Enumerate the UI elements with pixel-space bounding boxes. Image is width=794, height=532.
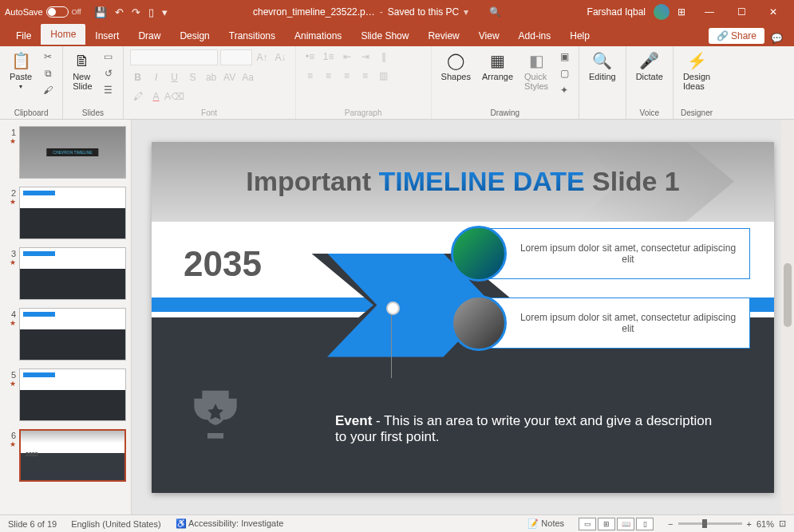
zoom-in-button[interactable]: +: [747, 519, 752, 529]
close-button[interactable]: ✕: [757, 0, 789, 24]
cut-icon[interactable]: ✂: [40, 49, 56, 64]
arrange-button[interactable]: ▦Arrange: [479, 49, 516, 83]
indent-inc-icon[interactable]: ⇥: [357, 49, 373, 64]
decrease-font-icon[interactable]: A↓: [273, 50, 289, 65]
highlight-icon[interactable]: 🖍: [130, 89, 146, 104]
spacing-icon[interactable]: AV: [222, 70, 238, 85]
align-center-icon[interactable]: ≡: [321, 69, 337, 83]
align-left-icon[interactable]: ≡: [302, 69, 318, 83]
zoom-slider[interactable]: [678, 522, 742, 525]
thumbnail-slide-6[interactable]: 6★: [0, 428, 131, 488]
user-name[interactable]: Farshad Iqbal: [587, 6, 646, 18]
bullets-icon[interactable]: •≡: [302, 49, 318, 64]
connector-line[interactable]: [391, 306, 392, 378]
callout-image-1[interactable]: [451, 226, 507, 282]
share-button[interactable]: 🔗 Share: [709, 28, 764, 44]
maximize-button[interactable]: ☐: [725, 0, 757, 24]
tab-help[interactable]: Help: [560, 26, 599, 46]
tab-view[interactable]: View: [469, 26, 509, 46]
fit-window-icon[interactable]: ⊡: [779, 518, 786, 529]
copy-icon[interactable]: ⧉: [40, 66, 56, 81]
comments-button[interactable]: 💬: [771, 33, 783, 44]
editing-button[interactable]: 🔍Editing: [586, 49, 619, 83]
callout-1[interactable]: Lorem ipsum dolor sit amet, consectetur …: [479, 228, 750, 279]
tab-design[interactable]: Design: [170, 26, 219, 46]
italic-icon[interactable]: I: [148, 70, 164, 85]
slide-counter[interactable]: Slide 6 of 19: [8, 519, 57, 529]
callout-image-2[interactable]: [451, 295, 507, 351]
notes-button[interactable]: 📝 Notes: [527, 518, 564, 529]
layout-icon[interactable]: ▭: [101, 49, 117, 64]
tab-home[interactable]: Home: [41, 24, 85, 46]
callout-2[interactable]: Lorem ipsum dolor sit amet, consectetur …: [479, 298, 750, 349]
normal-view-icon[interactable]: ▭: [579, 518, 596, 530]
shape-outline-icon[interactable]: ▢: [556, 66, 572, 81]
increase-font-icon[interactable]: A↑: [255, 50, 271, 65]
numbering-icon[interactable]: 1≡: [321, 49, 337, 64]
paragraph-group-label: Paragraph: [302, 108, 425, 117]
minimize-button[interactable]: —: [693, 0, 725, 24]
tab-review[interactable]: Review: [418, 26, 468, 46]
redo-icon[interactable]: ↷: [132, 6, 140, 18]
main-area: 1★ 2★ 3★ 4★ 5★ 6★ Important TIMELINE DAT…: [0, 120, 794, 514]
reset-icon[interactable]: ↺: [101, 66, 117, 81]
font-color-icon[interactable]: A: [148, 89, 164, 104]
slide-canvas[interactable]: Important TIMELINE DATE Slide 1 2035 Lor…: [132, 120, 794, 514]
shadow-icon[interactable]: ab: [203, 70, 219, 85]
language-status[interactable]: English (United States): [71, 519, 161, 529]
sorter-view-icon[interactable]: ⊞: [598, 518, 615, 530]
slide-title[interactable]: Important TIMELINE DATE Slide 1: [246, 166, 679, 197]
dictate-button[interactable]: 🎤Dictate: [633, 49, 666, 83]
thumbnail-slide-2[interactable]: 2★: [0, 185, 131, 246]
new-slide-button[interactable]: 🗎 New Slide: [69, 49, 95, 93]
trophy-icon[interactable]: [184, 381, 247, 453]
shapes-button[interactable]: ◯Shapes: [438, 49, 474, 83]
search-icon[interactable]: 🔍: [489, 6, 501, 18]
clear-format-icon[interactable]: A⌫: [167, 89, 183, 104]
justify-icon[interactable]: ≡: [357, 69, 373, 83]
case-icon[interactable]: Aa: [240, 70, 256, 85]
bold-icon[interactable]: B: [130, 70, 146, 85]
tab-draw[interactable]: Draw: [128, 26, 170, 46]
design-ideas-icon: ⚡: [687, 51, 706, 70]
section-icon[interactable]: ☰: [101, 83, 117, 97]
slide-content[interactable]: Important TIMELINE DATE Slide 1 2035 Lor…: [152, 142, 774, 493]
thumbnail-slide-5[interactable]: 5★: [0, 367, 131, 428]
format-painter-icon[interactable]: 🖌: [40, 83, 56, 97]
undo-icon[interactable]: ↶: [115, 6, 124, 18]
design-ideas-button[interactable]: ⚡Design Ideas: [680, 49, 713, 93]
line-spacing-icon[interactable]: ‖: [376, 49, 392, 64]
tab-transitions[interactable]: Transitions: [219, 26, 285, 46]
paste-button[interactable]: 📋 Paste ▾: [6, 49, 35, 92]
slide-year[interactable]: 2035: [184, 244, 262, 284]
indent-dec-icon[interactable]: ⇤: [339, 49, 355, 64]
columns-icon[interactable]: ▥: [376, 69, 392, 83]
zoom-out-button[interactable]: −: [668, 519, 673, 529]
tab-slideshow[interactable]: Slide Show: [351, 26, 418, 46]
thumbnail-slide-3[interactable]: 3★: [0, 246, 131, 306]
thumbnail-slide-1[interactable]: 1★: [0, 124, 131, 185]
align-right-icon[interactable]: ≡: [339, 69, 355, 83]
user-avatar-icon[interactable]: [654, 4, 670, 20]
underline-icon[interactable]: U: [167, 70, 183, 85]
tab-animations[interactable]: Animations: [285, 26, 351, 46]
vertical-scrollbar[interactable]: [781, 120, 794, 514]
strike-icon[interactable]: S: [185, 70, 201, 85]
zoom-level[interactable]: 61%: [756, 519, 774, 529]
tab-addins[interactable]: Add-ins: [509, 26, 561, 46]
shape-fill-icon[interactable]: ▣: [556, 49, 572, 64]
quick-styles-button[interactable]: ◧Quick Styles: [521, 49, 551, 93]
slideshow-view-icon[interactable]: ▯: [636, 518, 654, 530]
thumbnail-slide-4[interactable]: 4★: [0, 306, 131, 367]
tab-insert[interactable]: Insert: [85, 26, 128, 46]
event-description[interactable]: Event - This is an area to write your te…: [335, 413, 718, 445]
shape-effects-icon[interactable]: ✦: [556, 83, 572, 97]
accessibility-status[interactable]: ♿ Accessibility: Investigate: [176, 518, 284, 529]
reading-view-icon[interactable]: 📖: [617, 518, 634, 530]
slideshow-icon[interactable]: ▯: [148, 6, 154, 18]
tab-file[interactable]: File: [6, 26, 41, 46]
ribbon-display-icon[interactable]: ⊞: [677, 6, 685, 18]
save-icon[interactable]: 💾: [94, 6, 107, 18]
qat-dropdown-icon[interactable]: ▾: [162, 6, 168, 18]
autosave-toggle[interactable]: AutoSave Off: [5, 6, 81, 18]
